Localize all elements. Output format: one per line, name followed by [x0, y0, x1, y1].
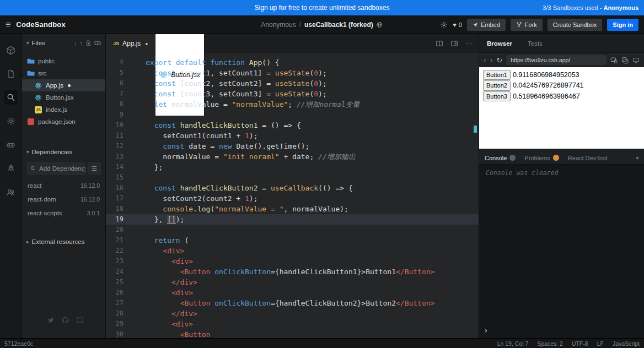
- dependency-list-toggle[interactable]: ☰: [88, 162, 101, 175]
- code-line-25[interactable]: 25 </div>: [106, 277, 479, 287]
- code-line-21[interactable]: 21 return (: [106, 235, 479, 246]
- more-options-icon[interactable]: ⋯: [465, 40, 472, 47]
- code-line-15[interactable]: 15: [106, 172, 479, 183]
- logo[interactable]: CodeSandbox: [16, 20, 66, 29]
- dependencies-section-header[interactable]: ▾ Dependencies: [22, 143, 105, 161]
- console-tab-console[interactable]: Console: [485, 155, 516, 161]
- twitter-icon[interactable]: [47, 317, 55, 324]
- code-line-19[interactable]: 19 }, []);: [106, 214, 479, 225]
- chevron-down-icon[interactable]: ▾: [26, 40, 29, 46]
- cursor-position[interactable]: Ln 19, Col 7: [497, 340, 529, 347]
- sandbox-title[interactable]: useCallback1 (forked): [304, 21, 373, 29]
- preview-button2-button[interactable]: Button2: [483, 80, 511, 90]
- code-line-8[interactable]: 8 let normalValue = "normalValue"; //增加n…: [106, 99, 479, 110]
- tab-app-js[interactable]: JSApp.js●: [106, 34, 155, 53]
- eol[interactable]: LF: [597, 340, 604, 347]
- copy-link-icon[interactable]: [621, 57, 629, 64]
- forward-icon[interactable]: ›: [490, 56, 493, 64]
- responsive-preview-icon[interactable]: [610, 57, 618, 64]
- code-line-20[interactable]: 20: [106, 225, 479, 235]
- console-tab-react-devtool[interactable]: React DevTool: [568, 155, 608, 161]
- external-resources-header[interactable]: ▸ External resources: [22, 233, 105, 251]
- banner-message[interactable]: Sign up for free to create unlimited san…: [255, 4, 390, 12]
- file-src[interactable]: src: [22, 67, 105, 79]
- code-line-24[interactable]: 24 <Button onClickButton={handleClickBut…: [106, 267, 479, 277]
- code-line-14[interactable]: 14 };: [106, 162, 479, 172]
- files-icon[interactable]: [4, 67, 18, 81]
- dependency-react-scripts[interactable]: react-scripts3.0.1: [22, 206, 105, 220]
- upload-icon[interactable]: ↑: [80, 40, 83, 46]
- scrollbar-marker[interactable]: [474, 126, 477, 133]
- dependency-react[interactable]: react16.12.0: [22, 178, 105, 192]
- chevron-down-icon[interactable]: ▾: [26, 149, 29, 155]
- like-button[interactable]: ♥0: [453, 21, 462, 28]
- code-line-5[interactable]: 5 const [count1, setCount1] = useState(0…: [106, 68, 479, 78]
- server-plug-icon[interactable]: [4, 138, 18, 152]
- chevron-right-icon[interactable]: ▸: [26, 239, 29, 244]
- new-folder-icon[interactable]: [94, 40, 101, 46]
- code-line-18[interactable]: 18 console.log("normalValue = ", normalV…: [106, 204, 479, 214]
- project-cube-icon[interactable]: [4, 43, 18, 57]
- code-line-17[interactable]: 17 setCount2(count2 + 1);: [106, 193, 479, 204]
- expand-panel-icon[interactable]: ›: [484, 326, 488, 335]
- code-line-9[interactable]: 9: [106, 110, 479, 120]
- code-area[interactable]: 4export default function App() {5 const …: [106, 53, 479, 338]
- github-icon[interactable]: [62, 317, 69, 324]
- refresh-icon[interactable]: ↻: [496, 57, 502, 64]
- collaborators-icon[interactable]: [4, 185, 18, 199]
- preview-button3-button[interactable]: Button3: [483, 91, 511, 101]
- code-line-10[interactable]: 10 const handleClickButton1 = () => {: [106, 120, 479, 130]
- settings-icon[interactable]: [440, 21, 448, 29]
- preview-layout-icon[interactable]: [450, 40, 458, 47]
- url-bar[interactable]: https://5vu9zu.csb.app/: [506, 55, 607, 65]
- menu-icon[interactable]: ≡: [6, 20, 10, 29]
- add-dependency-input[interactable]: Add Dependency: [26, 162, 85, 175]
- code-line-6[interactable]: 6 const [count2, setCount2] = useState(0…: [106, 78, 479, 89]
- code-line-4[interactable]: 4export default function App() {: [106, 57, 479, 68]
- codesandbox-icon[interactable]: [76, 317, 83, 324]
- code-line-30[interactable]: 30 <Button: [106, 329, 479, 338]
- config-gear-icon[interactable]: [4, 114, 18, 128]
- search-icon[interactable]: [4, 90, 18, 105]
- create-sandbox-button[interactable]: Create Sandbox: [548, 19, 603, 31]
- code-line-29[interactable]: 29 <div>: [106, 319, 479, 329]
- tab-browser[interactable]: Browser: [487, 40, 512, 47]
- embed-button[interactable]: Embed: [467, 19, 506, 31]
- file-index-js[interactable]: JSindex.js: [22, 104, 105, 116]
- deploy-rocket-icon[interactable]: [4, 161, 18, 176]
- code-line-26[interactable]: 26 <div>: [106, 287, 479, 298]
- code-line-12[interactable]: 12 const date = new Date().getTime();: [106, 141, 479, 151]
- globe-icon[interactable]: [377, 21, 383, 28]
- language-mode[interactable]: JavaScript: [613, 340, 640, 347]
- encoding[interactable]: UTF-8: [572, 340, 588, 347]
- file-package-json[interactable]: package.json: [22, 116, 105, 128]
- signup-banner[interactable]: Sign up for free to create unlimited san…: [0, 0, 644, 15]
- console-tab-problems[interactable]: Problems: [524, 155, 559, 161]
- sandbox-owner[interactable]: Anonymous: [261, 21, 296, 29]
- tab-tests[interactable]: Tests: [528, 40, 543, 47]
- new-file-icon[interactable]: [85, 40, 92, 46]
- collapse-console-icon[interactable]: ▾: [636, 155, 638, 161]
- preview-button1-button[interactable]: Button1: [483, 70, 511, 80]
- download-icon[interactable]: ↓: [74, 40, 77, 46]
- code-line-7[interactable]: 7 const [count3, setCount3] = useState(0…: [106, 89, 479, 99]
- sign-in-button[interactable]: Sign in: [607, 19, 638, 31]
- code-line-27[interactable]: 27 <Button onClickButton={handleClickBut…: [106, 298, 479, 308]
- dependency-react-dom[interactable]: react-dom16.12.0: [22, 192, 105, 206]
- console-output[interactable]: Console was cleared ›: [479, 165, 644, 338]
- fork-button[interactable]: Fork: [511, 19, 543, 31]
- code-line-22[interactable]: 22 <div>: [106, 246, 479, 256]
- file-public[interactable]: public: [22, 55, 105, 67]
- code-line-11[interactable]: 11 setCount1(count1 + 1);: [106, 130, 479, 141]
- code-line-16[interactable]: 16 const handleClickButton2 = useCallbac…: [106, 183, 479, 193]
- indentation[interactable]: Spaces: 2: [537, 340, 563, 347]
- file-button-jsx[interactable]: Button.jsx: [22, 91, 105, 104]
- code-line-28[interactable]: 28 </div>: [106, 308, 479, 319]
- code-line-23[interactable]: 23 <div>: [106, 256, 479, 267]
- code-line-13[interactable]: 13 normalValue = "init noraml" + date; /…: [106, 151, 479, 162]
- back-icon[interactable]: ‹: [484, 56, 486, 64]
- files-section-header[interactable]: ▾ Files ↓ ↑: [22, 34, 105, 52]
- open-in-new-window-icon[interactable]: [632, 57, 640, 64]
- split-view-icon[interactable]: [436, 40, 443, 47]
- file-app-js[interactable]: App.js: [22, 79, 105, 91]
